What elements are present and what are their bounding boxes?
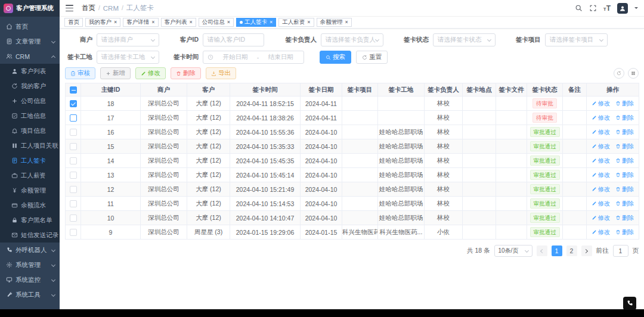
sidebar-item[interactable]: 余额管理 <box>0 183 60 198</box>
search-button[interactable]: 搜索 <box>320 51 351 64</box>
next-page-button[interactable] <box>581 245 592 256</box>
edit-link[interactable]: 修改 <box>592 228 610 237</box>
sidebar-item[interactable]: CRM <box>0 49 60 64</box>
toolbar-button[interactable]: 修改 <box>135 67 166 79</box>
sidebar-item[interactable]: 我的客户 <box>0 79 60 94</box>
sidebar-item[interactable]: 首页 <box>0 19 60 34</box>
row-checkbox[interactable] <box>70 143 77 150</box>
delete-link[interactable]: 删除 <box>615 100 634 108</box>
row-checkbox[interactable] <box>70 172 77 179</box>
toolbar-button[interactable]: 新增 <box>100 67 131 79</box>
toolbar-button[interactable]: 删除 <box>171 67 201 79</box>
edit-link[interactable]: 修改 <box>592 157 610 165</box>
delete-link[interactable]: 删除 <box>615 185 634 194</box>
page-size-select[interactable]: 10条/页 <box>494 245 532 257</box>
refresh-button[interactable] <box>614 68 624 79</box>
date-range-picker[interactable]: 开始日期 - 结束日期 <box>203 51 304 64</box>
delete-link[interactable]: 删除 <box>615 157 634 165</box>
row-checkbox[interactable] <box>70 157 77 164</box>
delete-link[interactable]: 删除 <box>615 128 634 136</box>
phone-fab-button[interactable] <box>623 297 636 310</box>
trash-icon <box>615 201 621 206</box>
trash-icon <box>615 187 621 192</box>
sidebar-item[interactable]: 客户黑名单 <box>0 213 60 228</box>
edit-link[interactable]: 修改 <box>592 214 610 222</box>
sidebar-item[interactable]: 工地信息 <box>0 108 60 123</box>
sidebar-item[interactable]: 工人签卡 <box>0 153 60 168</box>
row-checkbox[interactable] <box>70 186 77 193</box>
edit-link[interactable]: 修改 <box>592 171 610 179</box>
tag[interactable]: 公司信息 × <box>199 18 234 27</box>
start-date-input[interactable]: 开始日期 <box>216 53 254 61</box>
sidebar-item[interactable]: 文章管理 <box>0 34 60 49</box>
project-select[interactable]: 请选择签卡项目 <box>545 33 608 46</box>
tag[interactable]: 工人薪资 × <box>278 18 314 27</box>
delete-link[interactable]: 删除 <box>615 171 634 179</box>
row-checkbox[interactable] <box>70 229 77 236</box>
row-checkbox[interactable] <box>70 129 77 136</box>
search-icon[interactable] <box>575 4 583 12</box>
sidebar-item[interactable]: 工人项目关联 <box>0 138 60 153</box>
close-icon[interactable]: × <box>151 20 154 25</box>
sidebar-item[interactable]: 外呼机器人 <box>0 243 60 257</box>
select-all-checkbox[interactable] <box>70 86 77 94</box>
column-settings-button[interactable] <box>628 68 639 79</box>
prev-page-button[interactable] <box>537 245 547 256</box>
close-icon[interactable]: × <box>270 20 273 25</box>
close-icon[interactable]: × <box>345 20 348 25</box>
tag[interactable]: 工人签卡 × <box>236 18 276 27</box>
edit-link[interactable]: 修改 <box>592 200 610 208</box>
sidebar-item[interactable]: 余额流水 <box>0 198 60 213</box>
caret-down-icon[interactable] <box>634 7 638 11</box>
close-icon[interactable]: × <box>307 20 310 25</box>
status-select[interactable]: 请选择签卡状态 <box>433 33 496 46</box>
delete-link[interactable]: 删除 <box>615 228 634 237</box>
tag[interactable]: 余额管理 × <box>317 18 352 27</box>
close-icon[interactable]: × <box>190 20 193 25</box>
sidebar-item[interactable]: 系统监控 <box>0 272 60 287</box>
delete-link[interactable]: 删除 <box>615 200 634 208</box>
edit-link[interactable]: 修改 <box>592 128 610 136</box>
reset-button[interactable]: 重置 <box>356 51 388 64</box>
avatar[interactable] <box>617 3 628 14</box>
tag[interactable]: 我的客户 × <box>85 18 120 27</box>
end-date-input[interactable]: 结束日期 <box>262 53 299 61</box>
sidebar-item[interactable]: 公司信息 <box>0 94 60 108</box>
jump-page-input[interactable] <box>613 245 628 257</box>
sidebar-item[interactable]: 客户列表 <box>0 64 60 79</box>
sidebar-item[interactable]: 工人薪资 <box>0 168 60 183</box>
row-checkbox[interactable] <box>70 114 77 122</box>
manager-select[interactable]: 请选择签卡负责人 <box>321 33 383 46</box>
sidebar-item[interactable]: 系统管理 <box>0 257 60 272</box>
toolbar-button[interactable]: 导出 <box>206 67 236 79</box>
edit-link[interactable]: 修改 <box>592 100 610 108</box>
page-button[interactable]: 1 <box>552 245 562 256</box>
delete-link[interactable]: 删除 <box>615 142 634 151</box>
sidebar-item[interactable]: 项目信息 <box>0 123 60 138</box>
row-checkbox[interactable] <box>70 215 77 222</box>
tag[interactable]: 客户详情 × <box>123 18 158 27</box>
row-checkbox[interactable] <box>70 100 77 107</box>
sidebar-item[interactable]: 系统工具 <box>0 287 60 302</box>
delete-link[interactable]: 删除 <box>615 214 634 222</box>
tag[interactable]: 首页 <box>64 18 83 27</box>
page-button[interactable]: 2 <box>566 245 577 256</box>
delete-link[interactable]: 删除 <box>615 114 634 122</box>
breadcrumb-home[interactable]: 首页 <box>82 4 95 13</box>
toolbar-button[interactable]: 审核 <box>65 67 95 79</box>
merchant-select[interactable]: 请选择商户 <box>97 33 159 46</box>
row-checkbox[interactable] <box>70 200 77 207</box>
font-size-icon[interactable]: TT <box>603 5 611 12</box>
tag[interactable]: 客户列表 × <box>161 18 196 27</box>
edit-link[interactable]: 修改 <box>592 114 610 122</box>
close-icon[interactable]: × <box>114 20 117 25</box>
sidebar-toggle-icon[interactable] <box>66 5 73 11</box>
site-select[interactable]: 请选择签卡工地 <box>97 51 159 64</box>
sidebar-item[interactable]: 短信发送记录 <box>0 228 60 243</box>
fullscreen-icon[interactable] <box>589 4 597 12</box>
customer-id-input[interactable]: 请输入客户ID <box>203 33 264 46</box>
edit-link[interactable]: 修改 <box>592 185 610 194</box>
edit-link[interactable]: 修改 <box>592 142 610 151</box>
close-icon[interactable]: × <box>227 20 230 25</box>
breadcrumb-crm[interactable]: CRM <box>103 5 119 12</box>
